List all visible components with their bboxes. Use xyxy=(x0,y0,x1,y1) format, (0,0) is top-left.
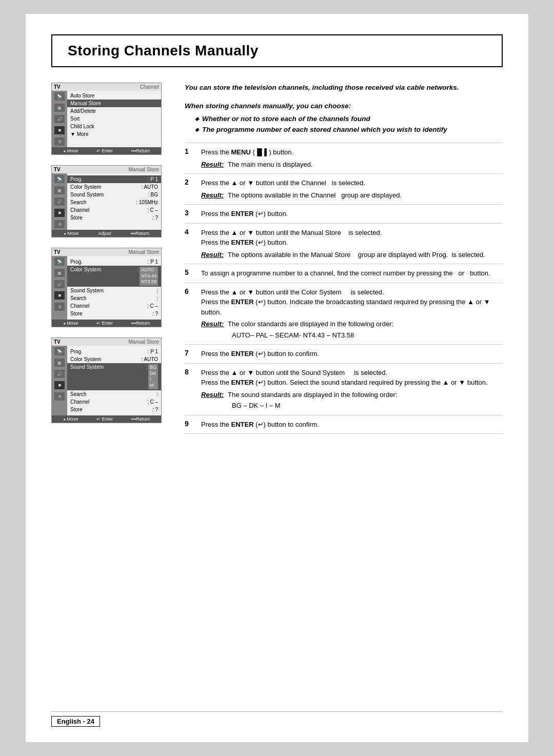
icon-settings: ⚙ xyxy=(54,137,65,146)
menu2-row-store: Store: ? xyxy=(67,214,161,222)
result-row-8: Result: The sound standards are displaye… xyxy=(201,390,503,400)
icon3-x: ✖ xyxy=(54,291,65,300)
menu2-row-channel: Channel: C – xyxy=(67,206,161,214)
result-text-4: The options available in the Manual Stor… xyxy=(228,250,485,260)
tv-menu3-footer: ⬥ Move ↵ Enter ▪▪▪Return xyxy=(52,320,161,327)
result-row-1: Result: The main menu is displayed. xyxy=(201,160,503,170)
menu3-footer-return: ▪▪▪Return xyxy=(131,321,150,326)
step-content-3: Press the ENTER (↵) button. xyxy=(199,205,503,224)
menu1-footer-move: ⬥ Move xyxy=(63,148,78,153)
icon3-settings: ⚙ xyxy=(54,303,65,311)
result-label-4: Result: xyxy=(201,250,224,260)
step-content-1: Press the MENU (▐▌▌) button. Result: The… xyxy=(199,143,503,174)
menu4-row-color: Color System: AUTO xyxy=(67,355,161,363)
menu1-item-3: Sort xyxy=(67,115,161,123)
content-area: TV Channel 📡 ▦ 🔊 ✖ ⚙ Auto Store Manual S… xyxy=(51,83,503,434)
tv-icons-col-3: 📡 ▦ 🔊 ✖ ⚙ xyxy=(52,256,67,320)
menu2-footer-adjust: Adjust xyxy=(98,231,111,236)
tv-menu-3: TV Manual Store 📡 ▦ 🔊 ✖ ⚙ Prog.: P 1 xyxy=(51,248,162,327)
tv-label-3: TV xyxy=(54,249,61,255)
tv-menu1-items: Auto Store Manual Store Add/Delete Sort … xyxy=(67,91,161,147)
menu4-row-channel: Channel: C – xyxy=(67,398,161,406)
menu1-item-0: Auto Store xyxy=(67,92,161,100)
result-text-2: The options available in the Channel gro… xyxy=(228,190,402,201)
menu2-row-color: Color System: AUTO xyxy=(67,183,161,191)
tv-icons-col-1: 📡 ▦ 🔊 ✖ ⚙ xyxy=(52,91,67,147)
result-row-4: Result: The options available in the Man… xyxy=(201,250,503,260)
icon2-antenna: 📡 xyxy=(54,175,65,183)
step-row-1: 1 Press the MENU (▐▌▌) button. Result: T… xyxy=(185,143,503,174)
menu1-item-5: ▼ More xyxy=(67,130,161,138)
result-text-8: The sound standards are displayed in the… xyxy=(228,390,397,400)
result-text-1: The main menu is displayed. xyxy=(228,160,312,170)
color-highlight: AUTONT4.43NT3.58 xyxy=(140,267,158,286)
menu3-footer-move: ⬥ Move xyxy=(63,321,78,326)
step-row-5: 5 To assign a programme number to a chan… xyxy=(185,264,503,283)
step-content-7: Press the ENTER (↵) button to confirm. xyxy=(199,345,503,364)
menu3-row-sound: Sound System: xyxy=(67,287,161,294)
step-row-8: 8 Press the ▲ or ▼ button until the Soun… xyxy=(185,363,503,415)
tv-label-4: TV xyxy=(54,339,61,345)
icon4-x: ✖ xyxy=(54,381,65,389)
tv-menu2-body: 📡 ▦ 🔊 ✖ ⚙ Prog.: P 1 Color System: AUTO xyxy=(52,173,161,230)
footer-text: English - 24 xyxy=(51,716,100,727)
step-num-2: 2 xyxy=(185,174,199,205)
icon3-pic: ▦ xyxy=(54,269,65,277)
steps-table: 1 Press the MENU (▐▌▌) button. Result: T… xyxy=(185,143,503,434)
step-row-6: 6 Press the ▲ or ▼ button until the Colo… xyxy=(185,283,503,345)
icon2-pic: ▦ xyxy=(54,186,65,194)
step-row-2: 2 Press the ▲ or ▼ button until the Chan… xyxy=(185,174,503,205)
step-content-9: Press the ENTER (↵) button to confirm. xyxy=(199,415,503,434)
icon4-sound: 🔊 xyxy=(54,370,65,378)
step-content-6: Press the ▲ or ▼ button until the Color … xyxy=(199,283,503,345)
menu1-item-1: Manual Store xyxy=(67,100,161,107)
icon2-settings: ⚙ xyxy=(54,220,65,228)
tv-menu4-body: 📡 ▦ 🔊 ✖ ⚙ Prog.: P 1 Color System: AUTO xyxy=(52,346,161,415)
step-content-4: Press the ▲ or ▼ button until the Manual… xyxy=(199,223,503,264)
intro-text: You can store the television channels, i… xyxy=(185,83,503,93)
menu1-footer-return: ▪▪▪Return xyxy=(131,148,150,153)
tv-menu3-body: 📡 ▦ 🔊 ✖ ⚙ Prog.: P 1 Color System xyxy=(52,256,161,320)
menu4-footer-enter: ↵ Enter xyxy=(96,416,113,422)
tv-label-2: TV xyxy=(54,167,61,172)
menu1-footer-enter: ↵ Enter xyxy=(96,148,113,153)
menu4-row-search: Search: xyxy=(67,390,161,398)
icon-pic: ▦ xyxy=(54,104,65,112)
icon4-pic: ▦ xyxy=(54,359,65,367)
result-row-2: Result: The options available in the Cha… xyxy=(201,190,503,201)
page: Storing Channels Manually TV Channel 📡 ▦… xyxy=(26,14,528,742)
menu2-footer-move: ⬥ Move xyxy=(64,231,79,236)
menu3-row-search: Search: xyxy=(67,294,161,302)
menu2-row-sound: Sound System: BG xyxy=(67,191,161,198)
menu1-header: Channel xyxy=(140,84,159,90)
sound-order: BG – DK – I – M xyxy=(232,401,503,411)
step-num-4: 4 xyxy=(185,223,199,264)
icon3-sound: 🔊 xyxy=(54,280,65,288)
icon-sound: 🔊 xyxy=(54,115,65,123)
step-row-7: 7 Press the ENTER (↵) button to confirm. xyxy=(185,345,503,364)
step-num-1: 1 xyxy=(185,143,199,174)
menu3-row-channel: Channel: C – xyxy=(67,302,161,310)
step-num-8: 8 xyxy=(185,363,199,415)
tv-icons-col-4: 📡 ▦ 🔊 ✖ ⚙ xyxy=(52,346,67,415)
menu1-item-4: Child Lock xyxy=(67,123,161,130)
menu4-footer-move: ⬥ Move xyxy=(63,416,78,422)
icon-antenna: 📡 xyxy=(54,92,65,101)
step-content-5: To assign a programme number to a channe… xyxy=(199,264,503,283)
footer-bar: English - 24 xyxy=(51,711,503,727)
menu3-row-store: Store: ? xyxy=(67,310,161,317)
icon2-x: ✖ xyxy=(54,209,65,217)
step-num-5: 5 xyxy=(185,264,199,283)
when-text: When storing channels manually, you can … xyxy=(185,102,503,110)
icon2-sound: 🔊 xyxy=(54,197,65,206)
menu2-row-search: Search: 105MHz xyxy=(67,198,161,206)
step-num-7: 7 xyxy=(185,345,199,364)
step-row-3: 3 Press the ENTER (↵) button. xyxy=(185,205,503,224)
menu2-row-prog: Prog.: P 1 xyxy=(67,175,161,183)
step-content-2: Press the ▲ or ▼ button until the Channe… xyxy=(199,174,503,205)
result-label-6: Result: xyxy=(201,319,224,329)
result-row-6: Result: The color standards are displaye… xyxy=(201,319,503,329)
step-row-9: 9 Press the ENTER (↵) button to confirm. xyxy=(185,415,503,434)
menu4-header: Manual Store xyxy=(129,339,159,345)
icon3-antenna: 📡 xyxy=(54,257,65,266)
